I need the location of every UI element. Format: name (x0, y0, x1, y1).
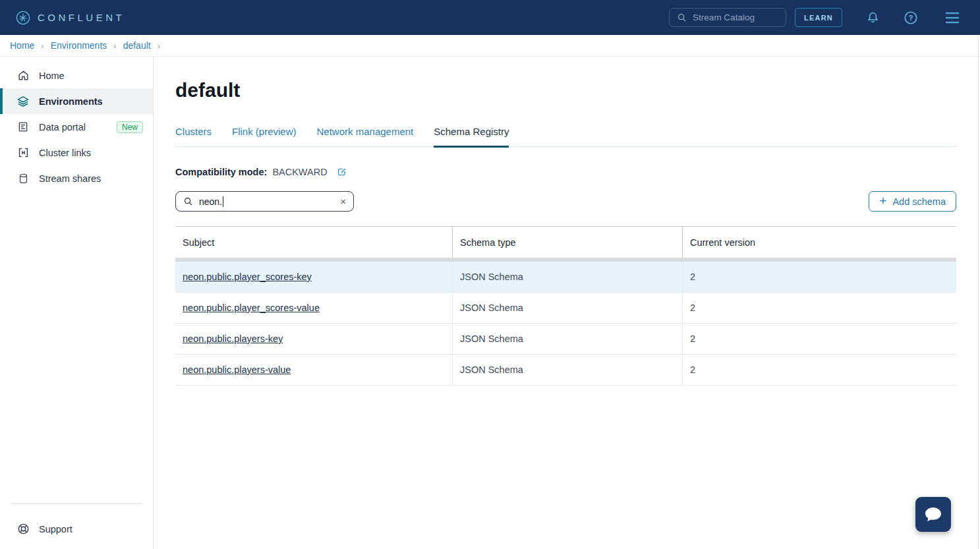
new-badge: New (117, 121, 143, 133)
chevron-right-icon: › (41, 41, 43, 51)
main-content: default Clusters Flink (preview) Network… (154, 57, 980, 549)
chat-bubble-icon (923, 506, 943, 524)
tab-network-management[interactable]: Network management (317, 126, 414, 148)
sidebar-item-label: Cluster links (39, 148, 91, 158)
sidebar-item-label: Stream shares (39, 173, 101, 184)
text-cursor (223, 196, 223, 207)
current-version-cell: 2 (683, 262, 956, 292)
column-header-subject: Subject (175, 227, 453, 258)
breadcrumb-default[interactable]: default (123, 40, 151, 51)
table-row[interactable]: neon.public.player_scores-key JSON Schem… (175, 262, 956, 293)
search-placeholder: Stream Catalog (693, 13, 755, 22)
schema-type-cell: JSON Schema (453, 355, 683, 385)
brand-name: CONFLUENT (38, 12, 125, 23)
clear-search-icon[interactable]: × (340, 196, 346, 206)
sidebar-item-support[interactable]: Support (0, 516, 153, 542)
tab-schema-registry[interactable]: Schema Registry (434, 126, 509, 148)
column-header-current-version: Current version (683, 227, 956, 258)
life-ring-icon (16, 523, 30, 535)
table-row[interactable]: neon.public.player_scores-value JSON Sch… (175, 293, 956, 324)
subject-link[interactable]: neon.public.player_scores-key (183, 272, 312, 282)
sidebar-item-home[interactable]: Home (0, 63, 153, 88)
tab-clusters[interactable]: Clusters (175, 126, 212, 148)
compatibility-mode-label: Compatibility mode: (175, 167, 267, 177)
sidebar-divider (11, 504, 142, 504)
sidebar-item-data-portal[interactable]: Data portal New (0, 114, 153, 140)
breadcrumb-home[interactable]: Home (10, 40, 34, 51)
confluent-logo[interactable]: CONFLUENT (16, 11, 125, 25)
breadcrumb-environments[interactable]: Environments (51, 40, 107, 51)
table-header: Subject Schema type Current version (175, 226, 956, 258)
schema-toolbar: neon. × + Add schema (175, 191, 956, 212)
table-row[interactable]: neon.public.players-key JSON Schema 2 (175, 324, 956, 355)
layers-icon (16, 95, 30, 108)
column-header-schema-type: Schema type (453, 227, 683, 258)
chevron-right-icon: › (113, 41, 116, 51)
cluster-links-icon (16, 146, 30, 159)
stream-catalog-search[interactable]: Stream Catalog (669, 8, 786, 27)
page-title: default (175, 79, 956, 101)
search-icon (677, 13, 687, 22)
svg-text:?: ? (909, 14, 913, 22)
sidebar: Home Environments Data portal New (0, 57, 154, 549)
current-version-cell: 2 (683, 293, 956, 323)
cylinder-icon (16, 172, 30, 185)
chevron-right-icon: › (158, 41, 160, 51)
edit-icon[interactable] (337, 167, 347, 177)
sidebar-item-label: Environments (39, 96, 103, 107)
subject-link[interactable]: neon.public.players-key (183, 333, 283, 344)
sidebar-item-label: Data portal (39, 122, 86, 132)
schema-type-cell: JSON Schema (453, 324, 683, 354)
add-schema-label: Add schema (892, 196, 946, 207)
table-row[interactable]: neon.public.players-value JSON Schema 2 (175, 355, 956, 386)
bell-icon[interactable] (866, 11, 880, 25)
subject-link[interactable]: neon.public.player_scores-value (183, 303, 320, 313)
schema-search-input[interactable]: neon. × (175, 191, 354, 212)
sidebar-item-stream-shares[interactable]: Stream shares (0, 165, 153, 191)
help-icon[interactable]: ? (904, 11, 918, 25)
plus-icon: + (879, 194, 886, 207)
breadcrumb: Home › Environments › default › (0, 35, 980, 57)
sidebar-item-environments[interactable]: Environments (0, 88, 153, 114)
compatibility-mode-row: Compatibility mode: BACKWARD (175, 167, 956, 177)
subject-link[interactable]: neon.public.players-value (183, 364, 291, 375)
hamburger-icon[interactable] (944, 11, 960, 24)
search-icon (183, 196, 193, 206)
sidebar-item-cluster-links[interactable]: Cluster links (0, 140, 153, 165)
sidebar-item-label: Home (39, 71, 65, 81)
learn-button[interactable]: LEARN (795, 8, 842, 27)
schema-type-cell: JSON Schema (453, 262, 683, 292)
compatibility-mode-value: BACKWARD (272, 167, 327, 177)
tab-bar: Clusters Flink (preview) Network managem… (175, 126, 956, 147)
chat-widget-button[interactable] (915, 497, 951, 532)
add-schema-button[interactable]: + Add schema (869, 191, 956, 212)
schema-type-cell: JSON Schema (453, 293, 683, 323)
home-icon (16, 69, 30, 82)
current-version-cell: 2 (683, 324, 956, 354)
document-icon (16, 121, 30, 133)
search-input-value: neon. (199, 196, 222, 207)
tab-flink-preview[interactable]: Flink (preview) (232, 126, 297, 148)
sidebar-item-label: Support (39, 524, 72, 535)
schemas-table: Subject Schema type Current version neon… (175, 226, 956, 386)
current-version-cell: 2 (683, 355, 956, 385)
confluent-spark-icon (16, 11, 30, 25)
top-navbar: CONFLUENT Stream Catalog LEARN ? (0, 0, 980, 35)
